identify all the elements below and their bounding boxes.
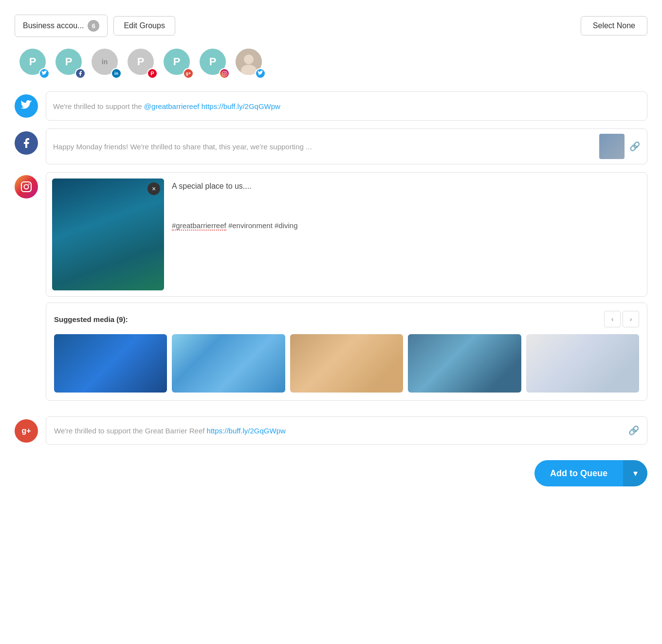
- suggested-media-header: Suggested media (9): ‹ ›: [54, 311, 639, 327]
- svg-point-2: [225, 72, 226, 72]
- twitter-post-panel: We're thrilled to support the @greatbarr…: [46, 91, 647, 121]
- twitter-text-before: We're thrilled to support the: [53, 102, 144, 110]
- avatar-pinterest[interactable]: P P: [128, 49, 159, 80]
- media-thumb-1[interactable]: [54, 334, 167, 393]
- instagram-platform-icon: [15, 175, 38, 198]
- twitter-post-input-row[interactable]: We're thrilled to support the @greatbarr…: [46, 92, 647, 120]
- account-count-badge: 6: [88, 20, 99, 32]
- svg-rect-0: [222, 71, 226, 75]
- facebook-badge: [75, 68, 86, 79]
- suggested-media-title: Suggested media (9):: [54, 315, 128, 323]
- hashtag-environment: #environment #diving: [228, 221, 298, 230]
- google-platform-icon: g+: [15, 419, 38, 443]
- media-thumb-3[interactable]: [290, 334, 403, 393]
- suggested-media-panel: Suggested media (9): ‹ ›: [46, 303, 647, 401]
- facebook-post-thumbnail: [599, 134, 625, 159]
- hashtag-greatbarrierreef: #greatbarrierreef: [172, 221, 226, 231]
- google-text-before: We're thrilled to support the Great Barr…: [54, 427, 207, 435]
- google-post-row: g+ We're thrilled to support the Great B…: [15, 416, 647, 445]
- instagram-post-panel: × A special place to us.... #greatbarrie…: [46, 172, 647, 297]
- media-thumb-5[interactable]: [526, 334, 639, 393]
- facebook-post-row: Happy Monday friends! We're thrilled to …: [15, 128, 647, 164]
- facebook-post-text: Happy Monday friends! We're thrilled to …: [53, 143, 594, 151]
- google-post-panel[interactable]: We're thrilled to support the Great Barr…: [46, 416, 647, 445]
- svg-point-4: [244, 54, 254, 64]
- google-badge: g+: [183, 68, 194, 79]
- add-to-queue-dropdown-button[interactable]: ▾: [623, 460, 647, 486]
- media-thumbnails: [54, 334, 639, 393]
- svg-rect-6: [21, 182, 31, 192]
- media-thumb-4[interactable]: [408, 334, 521, 393]
- avatar-facebook[interactable]: P: [55, 49, 87, 80]
- twitter-badge: [39, 68, 50, 79]
- top-bar: Business accou... 6 Edit Groups Select N…: [15, 15, 647, 37]
- instagram-caption: A special place to us....: [172, 180, 641, 192]
- link-icon: 🔗: [629, 141, 640, 152]
- twitter-platform-icon: [15, 94, 38, 118]
- google-link-icon: 🔗: [628, 425, 639, 436]
- twitter-post-text: We're thrilled to support the @greatbarr…: [53, 102, 640, 110]
- select-none-button[interactable]: Select None: [581, 16, 647, 36]
- twitter-badge-2: [255, 68, 266, 79]
- close-image-button[interactable]: ×: [147, 182, 160, 195]
- instagram-content: × A special place to us.... #greatbarrie…: [46, 173, 647, 296]
- google-post-text: We're thrilled to support the Great Barr…: [54, 427, 618, 435]
- media-prev-button[interactable]: ‹: [604, 311, 621, 327]
- avatar-row: P P in in P P P g+ P: [15, 49, 647, 80]
- business-account-button[interactable]: Business accou... 6: [15, 15, 108, 37]
- media-nav-arrows: ‹ ›: [604, 311, 639, 327]
- avatar-instagram[interactable]: P: [200, 49, 231, 80]
- linkedin-badge: in: [111, 68, 122, 79]
- avatar-google[interactable]: P g+: [164, 49, 195, 80]
- avatar-photo-twitter[interactable]: [236, 49, 267, 80]
- instagram-post-row: × A special place to us.... #greatbarrie…: [15, 172, 647, 401]
- pinterest-badge: P: [147, 68, 158, 79]
- facebook-platform-icon: [15, 131, 38, 155]
- instagram-hashtags: #greatbarrierreef #environment #diving: [172, 221, 641, 230]
- media-next-button[interactable]: ›: [623, 311, 639, 327]
- svg-point-1: [223, 72, 225, 74]
- underwater-scene: [52, 179, 164, 290]
- instagram-text-area: A special place to us.... #greatbarrierr…: [172, 179, 641, 232]
- facebook-post-input-row[interactable]: Happy Monday friends! We're thrilled to …: [46, 129, 647, 164]
- google-text-link: https://buff.ly/2GqGWpw: [207, 427, 286, 435]
- edit-groups-button[interactable]: Edit Groups: [113, 16, 175, 36]
- add-to-queue-row: Add to Queue ▾: [15, 460, 647, 486]
- svg-point-7: [24, 185, 29, 189]
- svg-point-8: [28, 183, 30, 185]
- media-thumb-2[interactable]: [172, 334, 285, 393]
- business-account-label: Business accou...: [23, 21, 84, 30]
- facebook-post-panel: Happy Monday friends! We're thrilled to …: [46, 128, 647, 164]
- twitter-post-row: We're thrilled to support the @greatbarr…: [15, 91, 647, 121]
- avatar-linkedin[interactable]: in in: [92, 49, 123, 80]
- add-to-queue-button[interactable]: Add to Queue: [534, 460, 623, 486]
- twitter-link: https://buff.ly/2GqGWpw: [202, 102, 280, 110]
- content-area: We're thrilled to support the @greatbarr…: [15, 91, 647, 409]
- avatar-twitter-1[interactable]: P: [19, 49, 51, 80]
- instagram-badge: [219, 68, 230, 79]
- twitter-mention: @greatbarriereef: [144, 102, 200, 110]
- instagram-image: ×: [52, 179, 164, 290]
- instagram-panel: × A special place to us.... #greatbarrie…: [46, 172, 647, 401]
